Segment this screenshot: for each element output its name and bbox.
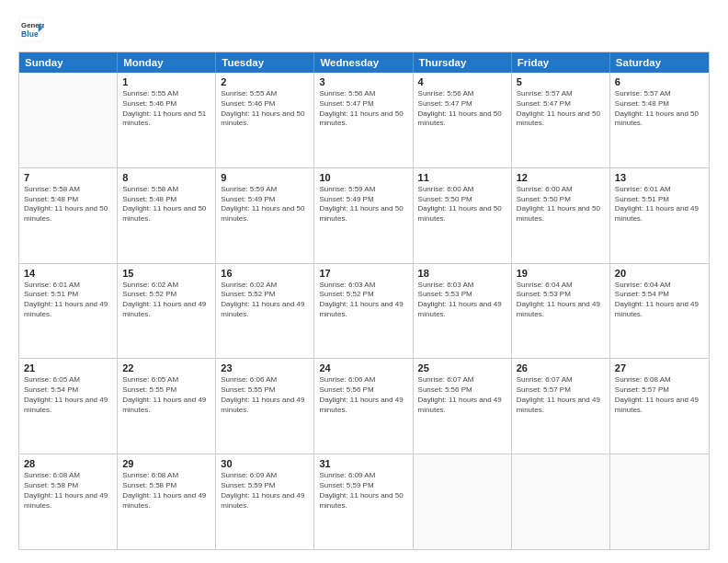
day-number: 4 (418, 76, 506, 87)
daylight-text: Daylight: 11 hours and 50 minutes. (615, 109, 704, 130)
day-number: 27 (615, 362, 704, 373)
sunset-text: Sunset: 5:50 PM (418, 195, 506, 205)
sunset-text: Sunset: 5:52 PM (319, 290, 407, 300)
sunrise-text: Sunrise: 6:03 AM (319, 281, 407, 291)
sunset-text: Sunset: 5:58 PM (122, 481, 210, 491)
daylight-text: Daylight: 11 hours and 50 minutes. (24, 204, 112, 224)
sunset-text: Sunset: 5:47 PM (418, 99, 506, 109)
sunrise-text: Sunrise: 6:07 AM (418, 375, 506, 385)
day-cell-30: 30Sunrise: 6:09 AMSunset: 5:59 PMDayligh… (216, 454, 314, 549)
day-cell-16: 16Sunrise: 6:02 AMSunset: 5:52 PMDayligh… (216, 264, 314, 359)
day-cell-1: 1Sunrise: 5:55 AMSunset: 5:46 PMDaylight… (118, 73, 216, 167)
day-number: 18 (418, 268, 506, 279)
sunset-text: Sunset: 5:54 PM (615, 290, 704, 300)
daylight-text: Daylight: 11 hours and 49 minutes. (24, 491, 112, 511)
sunset-text: Sunset: 5:49 PM (221, 195, 309, 205)
logo: General Blue (18, 17, 47, 42)
day-cell-14: 14Sunrise: 6:01 AMSunset: 5:51 PMDayligh… (19, 264, 118, 359)
day-cell-26: 26Sunrise: 6:07 AMSunset: 5:57 PMDayligh… (512, 359, 610, 454)
sunrise-text: Sunrise: 5:56 AM (418, 89, 506, 99)
sunset-text: Sunset: 5:47 PM (517, 99, 605, 109)
calendar-body: 1Sunrise: 5:55 AMSunset: 5:46 PMDaylight… (19, 73, 709, 549)
day-cell-25: 25Sunrise: 6:07 AMSunset: 5:56 PMDayligh… (414, 359, 512, 454)
sunrise-text: Sunrise: 5:55 AM (122, 89, 210, 99)
day-number: 31 (319, 458, 407, 469)
header-day-wednesday: Wednesday (314, 52, 413, 73)
daylight-text: Daylight: 11 hours and 49 minutes. (517, 300, 605, 320)
day-cell-7: 7Sunrise: 5:58 AMSunset: 5:48 PMDaylight… (19, 168, 118, 263)
daylight-text: Daylight: 11 hours and 49 minutes. (221, 300, 309, 320)
day-number: 16 (221, 268, 309, 279)
sunrise-text: Sunrise: 5:59 AM (221, 185, 309, 195)
sunset-text: Sunset: 5:51 PM (615, 195, 704, 205)
day-number: 29 (122, 458, 210, 469)
sunrise-text: Sunrise: 5:57 AM (517, 89, 605, 99)
day-cell-13: 13Sunrise: 6:01 AMSunset: 5:51 PMDayligh… (610, 168, 709, 263)
day-number: 13 (615, 172, 704, 183)
empty-cell-4-6 (610, 454, 709, 549)
day-number: 20 (615, 268, 704, 279)
sunrise-text: Sunrise: 6:05 AM (122, 375, 210, 385)
day-cell-27: 27Sunrise: 6:08 AMSunset: 5:57 PMDayligh… (610, 359, 709, 454)
day-cell-19: 19Sunrise: 6:04 AMSunset: 5:53 PMDayligh… (512, 264, 610, 359)
daylight-text: Daylight: 11 hours and 49 minutes. (418, 396, 506, 416)
day-cell-10: 10Sunrise: 5:59 AMSunset: 5:49 PMDayligh… (314, 168, 413, 263)
sunset-text: Sunset: 5:56 PM (418, 385, 506, 396)
week-row-3: 14Sunrise: 6:01 AMSunset: 5:51 PMDayligh… (19, 264, 709, 360)
day-cell-20: 20Sunrise: 6:04 AMSunset: 5:54 PMDayligh… (610, 264, 709, 359)
daylight-text: Daylight: 11 hours and 49 minutes. (122, 491, 210, 511)
day-number: 26 (517, 362, 605, 373)
day-cell-8: 8Sunrise: 5:58 AMSunset: 5:48 PMDaylight… (118, 168, 216, 263)
header-day-friday: Friday (512, 52, 610, 73)
day-cell-4: 4Sunrise: 5:56 AMSunset: 5:47 PMDaylight… (414, 73, 512, 167)
day-number: 7 (24, 172, 112, 183)
sunrise-text: Sunrise: 6:04 AM (615, 281, 704, 291)
sunset-text: Sunset: 5:46 PM (122, 99, 210, 109)
day-number: 19 (517, 268, 605, 279)
sunrise-text: Sunrise: 6:01 AM (24, 281, 112, 291)
day-cell-28: 28Sunrise: 6:08 AMSunset: 5:58 PMDayligh… (19, 454, 118, 549)
sunrise-text: Sunrise: 6:04 AM (517, 281, 605, 291)
daylight-text: Daylight: 11 hours and 49 minutes. (221, 491, 309, 511)
daylight-text: Daylight: 11 hours and 51 minutes. (122, 109, 210, 130)
day-number: 25 (418, 362, 506, 373)
sunrise-text: Sunrise: 6:09 AM (221, 471, 309, 481)
sunset-text: Sunset: 5:47 PM (319, 99, 407, 109)
day-number: 15 (122, 268, 210, 279)
daylight-text: Daylight: 11 hours and 49 minutes. (615, 204, 704, 224)
week-row-4: 21Sunrise: 6:05 AMSunset: 5:54 PMDayligh… (19, 359, 709, 454)
svg-text:Blue: Blue (21, 29, 39, 39)
sunrise-text: Sunrise: 5:57 AM (615, 89, 704, 99)
daylight-text: Daylight: 11 hours and 49 minutes. (517, 396, 605, 416)
daylight-text: Daylight: 11 hours and 49 minutes. (615, 396, 704, 416)
day-cell-22: 22Sunrise: 6:05 AMSunset: 5:55 PMDayligh… (118, 359, 216, 454)
empty-cell-4-5 (512, 454, 610, 549)
day-number: 14 (24, 268, 112, 279)
day-cell-9: 9Sunrise: 5:59 AMSunset: 5:49 PMDaylight… (216, 168, 314, 263)
day-cell-12: 12Sunrise: 6:00 AMSunset: 5:50 PMDayligh… (512, 168, 610, 263)
calendar-header: SundayMondayTuesdayWednesdayThursdayFrid… (19, 52, 709, 73)
calendar: SundayMondayTuesdayWednesdayThursdayFrid… (18, 52, 710, 550)
day-number: 1 (122, 76, 210, 87)
daylight-text: Daylight: 11 hours and 50 minutes. (221, 204, 309, 224)
sunrise-text: Sunrise: 5:58 AM (122, 185, 210, 195)
day-cell-2: 2Sunrise: 5:55 AMSunset: 5:46 PMDaylight… (216, 73, 314, 167)
day-number: 10 (319, 172, 407, 183)
daylight-text: Daylight: 11 hours and 49 minutes. (221, 396, 309, 416)
daylight-text: Daylight: 11 hours and 50 minutes. (221, 109, 309, 130)
day-number: 21 (24, 362, 112, 373)
sunset-text: Sunset: 5:53 PM (418, 290, 506, 300)
sunset-text: Sunset: 5:52 PM (122, 290, 210, 300)
sunset-text: Sunset: 5:58 PM (24, 481, 112, 491)
day-cell-15: 15Sunrise: 6:02 AMSunset: 5:52 PMDayligh… (118, 264, 216, 359)
sunrise-text: Sunrise: 5:58 AM (24, 185, 112, 195)
empty-cell-0-0 (19, 73, 118, 167)
sunrise-text: Sunrise: 5:59 AM (319, 185, 407, 195)
sunrise-text: Sunrise: 6:09 AM (319, 471, 407, 481)
sunset-text: Sunset: 5:54 PM (24, 385, 112, 396)
sunset-text: Sunset: 5:53 PM (517, 290, 605, 300)
sunrise-text: Sunrise: 6:06 AM (319, 375, 407, 385)
sunrise-text: Sunrise: 5:56 AM (319, 89, 407, 99)
sunset-text: Sunset: 5:59 PM (221, 481, 309, 491)
header-day-saturday: Saturday (610, 52, 709, 73)
